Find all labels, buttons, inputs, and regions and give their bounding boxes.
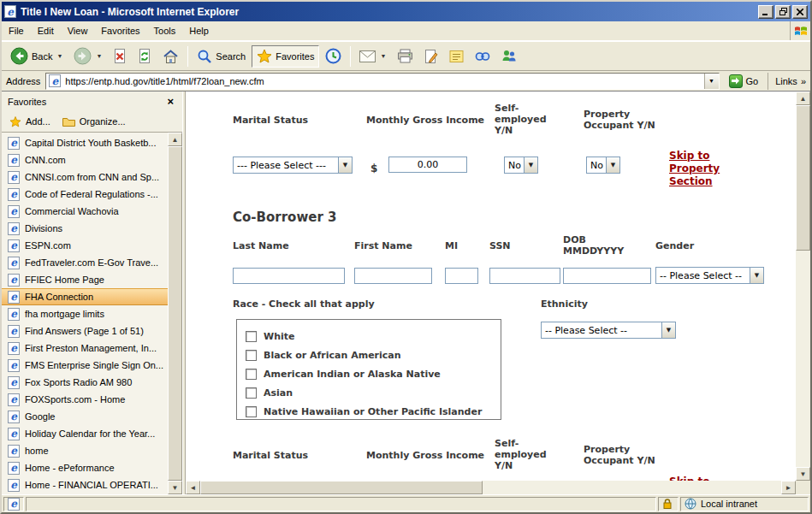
scroll-down-button[interactable]: ▼ (796, 467, 810, 481)
search-button[interactable]: Search (192, 45, 251, 68)
race-option-asian[interactable]: Asian (246, 383, 492, 402)
mi-input[interactable] (445, 268, 478, 284)
scroll-track[interactable] (796, 251, 810, 467)
first-name-input[interactable] (354, 268, 432, 284)
race-checkbox[interactable] (246, 387, 257, 399)
scroll-down-button[interactable]: ▼ (168, 481, 182, 494)
favorites-button[interactable]: Favorites (252, 45, 319, 68)
organize-favorites-button[interactable]: Organize... (62, 116, 126, 127)
favorite-item[interactable]: FOXSports.com - Home (2, 391, 168, 408)
favorite-item[interactable]: Google (2, 408, 168, 425)
toolbar-separator (350, 46, 351, 67)
favorite-item[interactable]: Home - ePeformance (2, 459, 168, 476)
favorite-item[interactable]: Holiday Calendar for the Year... (2, 425, 168, 442)
scroll-track[interactable] (483, 481, 781, 494)
address-input[interactable]: https://entp.hud.gov/title1/html/f72loan… (45, 73, 719, 90)
favorite-item[interactable]: Commercial Wachovia (2, 203, 168, 220)
ie-icon (8, 171, 20, 184)
home-button[interactable] (157, 45, 184, 68)
favorite-item-selected[interactable]: FHA Connection (2, 288, 168, 305)
ssn-header: SSN (489, 240, 511, 251)
last-name-input[interactable] (233, 268, 345, 284)
chevron-down-icon: ▼ (661, 322, 675, 338)
menu-help[interactable]: Help (182, 21, 216, 40)
monthly-gross-income-header: Monthly Gross Income (366, 450, 484, 461)
restore-button[interactable] (775, 5, 791, 19)
favorite-item[interactable]: ESPN.com (2, 237, 168, 254)
favorite-item[interactable]: FMS Enterprise Single Sign On... (2, 357, 168, 374)
scroll-right-button[interactable]: ► (781, 481, 796, 494)
favorite-item[interactable]: FFIEC Home Page (2, 271, 168, 288)
favorite-item[interactable]: Fox Sports Radio AM 980 (2, 374, 168, 391)
ie-icon (8, 325, 20, 338)
discuss-button[interactable] (444, 46, 469, 67)
favorites-scrollbar[interactable]: ▲ ▼ (168, 133, 182, 494)
race-checkbox[interactable] (246, 331, 257, 342)
edit-button[interactable] (419, 45, 443, 68)
favorite-item[interactable]: CNNSI.com from CNN and Sp... (2, 168, 168, 186)
menu-file[interactable]: File (2, 21, 31, 40)
menu-view[interactable]: View (61, 21, 95, 40)
ie-icon (8, 445, 20, 458)
race-checkbox[interactable] (246, 406, 257, 417)
race-option-american-indian[interactable]: American Indian or Alaska Native (246, 364, 492, 383)
address-dropdown-button[interactable]: ▼ (704, 74, 719, 89)
favorite-item[interactable]: CNN.com (2, 151, 168, 168)
mail-chevron-icon[interactable]: ▼ (380, 53, 386, 59)
add-favorite-button[interactable]: Add... (9, 116, 50, 127)
ssn-input[interactable] (489, 268, 560, 284)
links-button[interactable]: Links » (768, 73, 806, 90)
scroll-up-button[interactable]: ▲ (168, 133, 182, 146)
gender-select[interactable]: -- Please Select -- ▼ (655, 267, 764, 284)
forward-button[interactable]: ▼ (68, 44, 107, 68)
skip-to-property-link[interactable]: Skip to Property Section (669, 150, 731, 188)
favorite-item[interactable]: Capital District Youth Basketb... (2, 134, 168, 151)
favorites-close-icon[interactable]: × (164, 96, 176, 107)
favorite-item[interactable]: fha mortgage limits (2, 305, 168, 322)
mail-button[interactable]: ▼ (354, 47, 391, 66)
monthly-income-input[interactable] (388, 157, 467, 173)
scroll-thumb[interactable] (168, 146, 182, 481)
research-button[interactable] (470, 46, 495, 67)
menu-favorites[interactable]: Favorites (94, 21, 146, 40)
favorite-item[interactable]: First Preston Management, In... (2, 340, 168, 357)
scroll-thumb[interactable] (200, 481, 483, 494)
race-checkbox[interactable] (246, 350, 257, 361)
print-button[interactable] (392, 45, 418, 67)
dob-input[interactable] (563, 268, 651, 284)
refresh-button[interactable] (133, 44, 157, 68)
favorite-item[interactable]: home (2, 442, 168, 459)
menu-edit[interactable]: Edit (31, 21, 61, 40)
back-chevron-icon[interactable]: ▼ (56, 53, 62, 59)
address-bar: Address https://entp.hud.gov/title1/html… (2, 71, 810, 92)
menu-tools[interactable]: Tools (147, 21, 183, 40)
marital-status-select[interactable]: --- Please Select --- ▼ (233, 157, 353, 174)
skip-link-partial[interactable]: Skip to (669, 476, 709, 481)
close-button[interactable] (792, 5, 808, 19)
favorite-item[interactable]: FedTraveler.com E-Gov Trave... (2, 254, 168, 271)
go-button[interactable]: Go (725, 73, 763, 90)
horizontal-scrollbar[interactable]: ◄ ► (186, 481, 810, 494)
scroll-thumb[interactable] (796, 105, 810, 251)
messenger-button[interactable] (496, 45, 522, 67)
stop-button[interactable] (108, 44, 132, 68)
scroll-up-button[interactable]: ▲ (796, 92, 810, 105)
race-option-white[interactable]: White (246, 327, 492, 346)
window-title: Title I New Loan - Microsoft Internet Ex… (21, 6, 754, 18)
race-option-native-hawaiian[interactable]: Native Hawaiian or Other Pacific Islande… (246, 402, 492, 421)
favorite-item[interactable]: Divisions (2, 220, 168, 237)
favorite-item[interactable]: Code of Federal Regulations -... (2, 186, 168, 203)
race-checkbox[interactable] (246, 369, 257, 380)
history-button[interactable] (320, 44, 347, 68)
back-button[interactable]: Back ▼ (5, 44, 68, 68)
favorite-item[interactable]: Find Answers (Page 1 of 51) (2, 322, 168, 340)
ethnicity-select[interactable]: -- Please Select -- ▼ (541, 322, 676, 339)
minimize-button[interactable] (758, 5, 773, 19)
self-employed-select[interactable]: No ▼ (504, 157, 538, 174)
vertical-scrollbar[interactable]: ▲ ▼ (796, 92, 810, 481)
forward-chevron-icon[interactable]: ▼ (96, 53, 102, 59)
favorite-item[interactable]: Home - FINANCIAL OPERATI... (2, 476, 168, 493)
property-occupant-select[interactable]: No ▼ (586, 157, 620, 174)
race-option-black[interactable]: Black or African American (246, 346, 492, 364)
scroll-left-button[interactable]: ◄ (186, 481, 200, 494)
